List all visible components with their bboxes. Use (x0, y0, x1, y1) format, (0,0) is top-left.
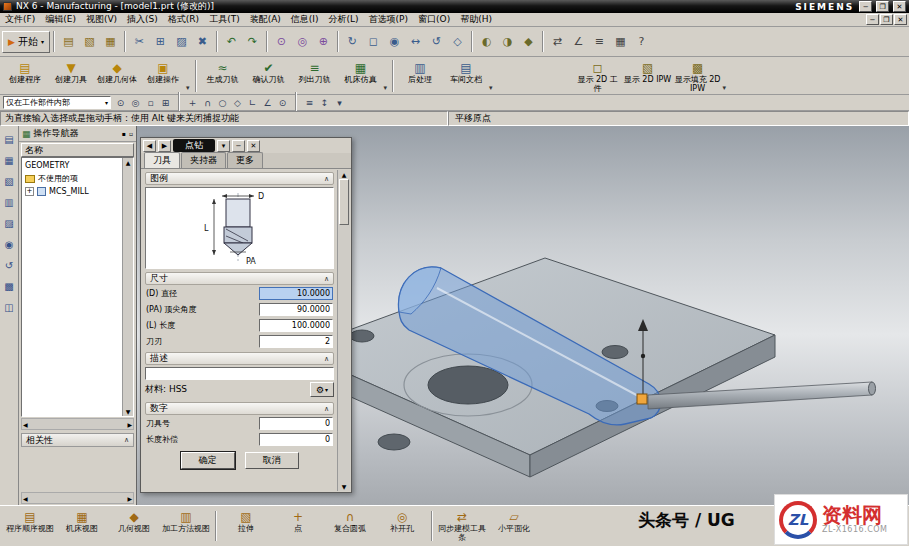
select-face-icon[interactable]: ◎ (128, 96, 143, 110)
materials-icon[interactable]: ▩ (2, 279, 17, 293)
arrow-midpoint-dot[interactable] (641, 354, 645, 358)
tree-row-geometry[interactable]: GEOMETRY (22, 159, 122, 172)
show-filled-2d-ipw-button[interactable]: ▩ 显示填充 2D IPW (673, 58, 723, 94)
snap-circle-icon[interactable]: ○ (215, 96, 230, 110)
length-input[interactable] (259, 319, 333, 332)
collapse-icon[interactable]: ∧ (324, 355, 329, 363)
doc-minimize-button[interactable]: − (866, 14, 879, 25)
studio-display-icon[interactable]: ◑ (497, 31, 518, 52)
tab-holder[interactable]: 夹持器 (181, 152, 226, 168)
doc-close-button[interactable]: ✕ (894, 14, 907, 25)
machine-simulation-button[interactable]: ▦ 机床仿真 (338, 58, 384, 94)
web-browser-icon[interactable]: ◉ (2, 237, 17, 251)
facet-body-button[interactable]: ▱ 小平面化 (488, 509, 540, 542)
create-tool-button[interactable]: ▼ 创建刀具 (48, 58, 94, 94)
delete-icon[interactable]: ✖ (192, 31, 213, 52)
doc-restore-button[interactable]: ❐ (880, 14, 893, 25)
reuse-library-icon[interactable]: ▨ (2, 216, 17, 230)
dialog-close-icon[interactable]: ✕ (247, 140, 260, 152)
menu-item[interactable]: 工具(T) (204, 13, 245, 26)
snap-corner-icon[interactable]: ∟ (245, 96, 260, 110)
save-icon[interactable]: ▦ (100, 31, 121, 52)
snap-point-icon[interactable]: ⊕ (313, 31, 334, 52)
flutes-input[interactable] (259, 335, 333, 348)
diameter-input[interactable] (259, 287, 333, 300)
undock-icon[interactable]: ▫ (129, 130, 133, 137)
list-options-icon[interactable]: ≡ (302, 96, 317, 110)
refresh-icon[interactable]: ↻ (342, 31, 363, 52)
snap-endpoint-icon[interactable]: + (185, 96, 200, 110)
menu-item[interactable]: 插入(S) (122, 13, 163, 26)
tool-number-input[interactable] (259, 417, 333, 430)
start-button[interactable]: ▶ 开始 ▾ (2, 31, 50, 53)
description-input[interactable] (145, 367, 334, 380)
menu-item[interactable]: 帮助(H) (455, 13, 497, 26)
tab-tool[interactable]: 刀具 (144, 152, 180, 168)
select-edge-icon[interactable]: ▫ (143, 96, 158, 110)
material-edit-button[interactable]: ⚙ ▾ (310, 382, 334, 397)
dialog-forward-icon[interactable]: ▶ (158, 140, 171, 152)
part-navigator-icon[interactable]: ▧ (2, 174, 17, 188)
menu-item[interactable]: 首选项(P) (364, 13, 413, 26)
point-button[interactable]: + 点 (272, 509, 324, 533)
open-icon[interactable]: ▧ (79, 31, 100, 52)
assembly-navigator-icon[interactable]: ▤ (2, 132, 17, 146)
scroll-down-icon[interactable]: ▼ (342, 483, 347, 490)
scrollbar-thumb[interactable] (339, 179, 349, 225)
menu-item[interactable]: 视图(V) (81, 13, 122, 26)
create-program-button[interactable]: ▤ 创建程序 (2, 58, 48, 94)
tree-vertical-scrollbar[interactable]: ▲ ▼ (122, 158, 133, 416)
menu-item[interactable]: 编辑(E) (40, 13, 81, 26)
menu-item[interactable]: 装配(A) (245, 13, 286, 26)
scroll-right-icon[interactable]: ▶ (127, 495, 132, 502)
extrude-button[interactable]: ▧ 拉伸 (220, 509, 272, 533)
dialog-minimize-icon[interactable]: − (232, 140, 245, 152)
pan-icon[interactable]: ↔ (405, 31, 426, 52)
window-icon[interactable]: ▦ (610, 31, 631, 52)
dimensions-section-header[interactable]: 尺寸 ∧ (145, 272, 334, 285)
collapse-icon[interactable]: ∧ (324, 175, 329, 183)
geometry-view-button[interactable]: ◆ 几何视图 (108, 509, 160, 533)
move-object-icon[interactable]: ⇄ (547, 31, 568, 52)
copy-icon[interactable]: ⊞ (150, 31, 171, 52)
scroll-down-icon[interactable]: ▼ (126, 408, 131, 415)
select-any-icon[interactable]: ⊙ (113, 96, 128, 110)
dependencies-scrollbar[interactable]: ◀ ▶ (21, 492, 134, 504)
scroll-up-icon[interactable]: ▲ (126, 159, 131, 166)
constraint-navigator-icon[interactable]: ▦ (2, 153, 17, 167)
rotate-view-icon[interactable]: ↺ (426, 31, 447, 52)
selection-scope-dropdown[interactable]: 仅在工作部件内部 ▾ (3, 96, 111, 109)
help-icon[interactable]: ? (631, 31, 652, 52)
plate-hole[interactable] (378, 434, 410, 450)
select-body-icon[interactable]: ⊞ (158, 96, 173, 110)
collapse-icon[interactable]: ∧ (324, 275, 329, 283)
menu-item[interactable]: 文件(F) (0, 13, 40, 26)
scroll-left-icon[interactable]: ◀ (23, 495, 28, 502)
shop-documentation-button[interactable]: ▤ 车间文档 (443, 58, 489, 94)
dependencies-section-header[interactable]: 相关性 ∧ (21, 433, 134, 447)
snap-angle-icon[interactable]: ∠ (260, 96, 275, 110)
scroll-up-icon[interactable]: ▲ (342, 171, 347, 178)
verify-toolpath-button[interactable]: ✔ 确认刀轨 (246, 58, 292, 94)
class-selection-icon[interactable]: ◎ (292, 31, 313, 52)
menu-item[interactable]: 格式(R) (163, 13, 204, 26)
fit-view-icon[interactable]: ◻ (363, 31, 384, 52)
updown-icon[interactable]: ↕ (317, 96, 332, 110)
numbers-section-header[interactable]: 数字 ∧ (145, 402, 334, 415)
show-2d-workpiece-button[interactable]: ◻ 显示 2D 工件 (573, 58, 623, 94)
name-column-header[interactable]: 名称 (21, 143, 134, 157)
snap-quadrant-icon[interactable]: ◇ (230, 96, 245, 110)
description-section-header[interactable]: 描述 ∧ (145, 352, 334, 365)
postprocess-button[interactable]: ▥ 后处理 (397, 58, 443, 94)
redo-icon[interactable]: ↷ (242, 31, 263, 52)
list-toolpath-button[interactable]: ≡ 列出刀轨 (292, 58, 338, 94)
new-icon[interactable]: ▤ (58, 31, 79, 52)
selection-filter-icon[interactable]: ⊙ (271, 31, 292, 52)
cut-icon[interactable]: ✂ (129, 31, 150, 52)
snap-midpoint-icon[interactable]: ∩ (200, 96, 215, 110)
expand-plus-icon[interactable]: + (25, 187, 34, 196)
create-operation-button[interactable]: ▣ 创建操作 (140, 58, 186, 94)
dialog-menu-icon[interactable]: ▾ (217, 140, 230, 152)
dialog-scrollbar[interactable]: ▲ ▼ (337, 170, 350, 491)
history-icon[interactable]: ↺ (2, 258, 17, 272)
